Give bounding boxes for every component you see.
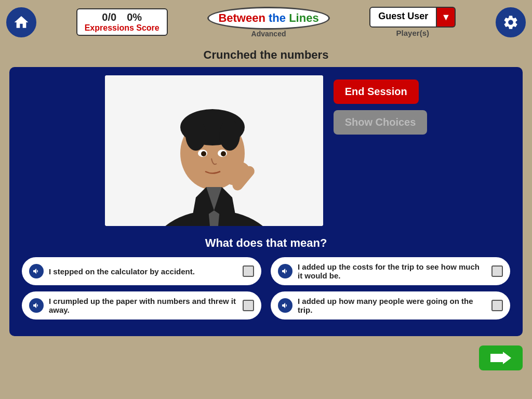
logo-area: Between the Lines Advanced xyxy=(207,7,329,38)
choice-b-checkbox[interactable] xyxy=(491,265,503,277)
logo-subtitle: Advanced xyxy=(207,30,329,38)
player-name: Guest User xyxy=(369,7,437,28)
player-wrapper: Guest User ▼ Player(s) xyxy=(369,7,456,37)
choices-row-bottom: I crumpled up the paper with numbers and… xyxy=(22,291,510,320)
svg-point-10 xyxy=(201,151,206,156)
svg-marker-18 xyxy=(490,352,511,364)
speaker-icon-d[interactable] xyxy=(278,298,292,313)
logo-oval: Between the Lines xyxy=(207,7,329,30)
logo-lines: Lines xyxy=(289,11,318,24)
logo-between: Between xyxy=(218,11,265,24)
volume-icon xyxy=(281,267,289,275)
header: 0/0 0% Expressions Score Between the Lin… xyxy=(0,0,532,44)
score-percent: 0% xyxy=(127,11,142,23)
volume-icon xyxy=(281,301,289,310)
choice-c-checkbox[interactable] xyxy=(243,300,254,311)
settings-button[interactable] xyxy=(496,7,526,37)
logo-title: Between the Lines xyxy=(218,11,318,25)
person-illustration xyxy=(105,75,323,226)
video-and-controls: End Session Show Choices xyxy=(20,75,512,226)
speaker-icon-c[interactable] xyxy=(29,298,44,313)
choice-b-text: I added up the costs for the trip to see… xyxy=(298,262,486,280)
choices-row-top: I stepped on the calculator by accident.… xyxy=(22,257,510,285)
score-numbers: 0/0 0% xyxy=(85,11,159,23)
video-player[interactable] xyxy=(105,75,323,226)
home-button[interactable] xyxy=(6,7,36,37)
svg-point-6 xyxy=(185,119,206,151)
choices-area: I stepped on the calculator by accident.… xyxy=(20,257,512,320)
speaker-icon-a[interactable] xyxy=(29,264,44,278)
score-fraction: 0/0 xyxy=(102,11,116,23)
player-label: Player(s) xyxy=(369,29,456,37)
svg-point-7 xyxy=(219,119,240,151)
choice-d-checkbox[interactable] xyxy=(491,300,503,311)
player-dropdown-button[interactable]: ▼ xyxy=(437,7,456,28)
choice-b[interactable]: I added up the costs for the trip to see… xyxy=(271,257,510,285)
end-session-button[interactable]: End Session xyxy=(334,79,419,104)
choice-a-checkbox[interactable] xyxy=(243,265,254,277)
next-button[interactable] xyxy=(479,345,523,370)
logo-the: the xyxy=(269,11,286,24)
volume-icon xyxy=(32,267,41,275)
player-row: Guest User ▼ xyxy=(369,7,456,28)
choice-c-text: I crumpled up the paper with numbers and… xyxy=(49,297,237,314)
choice-a-text: I stepped on the calculator by accident. xyxy=(49,267,237,276)
svg-point-11 xyxy=(221,151,226,156)
question-text: What does that mean? xyxy=(20,236,512,250)
home-icon xyxy=(13,14,30,31)
choice-d[interactable]: I added up how many people were going on… xyxy=(271,291,510,320)
choice-c[interactable]: I crumpled up the paper with numbers and… xyxy=(22,291,261,320)
choice-a[interactable]: I stepped on the calculator by accident. xyxy=(22,257,261,285)
gear-icon xyxy=(502,14,519,31)
dropdown-arrow-icon: ▼ xyxy=(441,12,450,23)
right-controls: End Session Show Choices xyxy=(334,75,428,135)
show-choices-button[interactable]: Show Choices xyxy=(334,110,428,135)
choice-d-text: I added up how many people were going on… xyxy=(298,297,486,314)
phrase-title: Crunched the numbers xyxy=(9,44,523,67)
speaker-icon-b[interactable] xyxy=(278,264,292,278)
bottom-bar xyxy=(0,341,532,373)
score-box: 0/0 0% Expressions Score xyxy=(76,8,168,36)
arrow-right-icon xyxy=(490,351,511,365)
volume-icon xyxy=(32,301,41,310)
main-content: Crunched the numbers xyxy=(0,44,532,341)
blue-panel: End Session Show Choices What does that … xyxy=(9,67,523,336)
score-label: Expressions Score xyxy=(85,23,159,33)
